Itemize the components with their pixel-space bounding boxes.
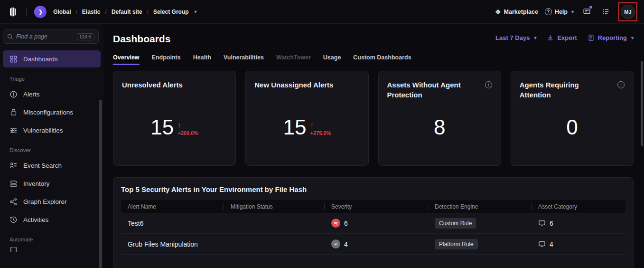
detection-engine-badge[interactable]: Custom Rule [435, 218, 476, 229]
sidebar-item-clipped[interactable] [3, 247, 101, 252]
sidebar-item-graph-explorer[interactable]: Graph Explorer [3, 193, 101, 210]
card-value: 15 [150, 117, 174, 138]
download-icon [547, 34, 554, 41]
severity-medium-icon [331, 239, 340, 249]
dashboard-tabs: Overview Endpoints Health Vulnerabilitie… [113, 54, 634, 65]
sidebar-item-alerts[interactable]: Alerts [3, 86, 101, 103]
search-shortcut: Ctrl K [77, 33, 94, 40]
cell-alert-name[interactable]: Test6 [121, 220, 224, 227]
chevron-down-icon: ▾ [195, 9, 197, 14]
help-button[interactable]: ? Help ▾ [545, 8, 574, 15]
sidebar-item-vulnerabilities[interactable]: Vulnerabilities [3, 122, 101, 139]
card-title: Agents Requiring Attention [520, 80, 603, 100]
column-header-detection-engine[interactable]: Detection Engine [428, 203, 532, 211]
stat-card-assets-without-agent[interactable]: Assets Without Agent Protection i 8 [378, 71, 501, 166]
panel-title: Top 5 Security Alerts in Your Environmen… [121, 185, 625, 193]
tab-watchtower[interactable]: WatchTower [276, 54, 311, 65]
stat-card-new-unassigned-alerts[interactable]: New Unassigned Alerts 15 ↑ +275.0% [245, 71, 368, 166]
topbar: | ❯ Global / Elastic / Default site / Se… [0, 0, 644, 24]
sidebar-section-triage: Triage [0, 68, 103, 86]
breadcrumb-group-selector[interactable]: Select Group [153, 9, 189, 15]
sidebar-section-discover: Discover [0, 140, 103, 157]
user-avatar[interactable]: MJ [621, 5, 635, 19]
export-button[interactable]: Export [547, 34, 577, 41]
column-header-severity[interactable]: Severity [325, 203, 428, 211]
topbar-divider: | [26, 8, 28, 16]
chevron-down-icon: ▾ [631, 35, 634, 40]
inventory-icon [9, 180, 18, 188]
severity-high-icon [331, 219, 340, 228]
alerts-icon [9, 90, 18, 98]
graph-explorer-icon [9, 198, 18, 206]
tab-vulnerabilities[interactable]: Vulnerabilities [224, 54, 264, 65]
sidebar-section-automate: Automate [0, 229, 103, 246]
chevron-down-icon: ▾ [534, 35, 536, 40]
marketplace-icon: ❖ [495, 8, 501, 16]
help-icon: ? [545, 8, 552, 15]
stat-card-agents-requiring-attention[interactable]: Agents Requiring Attention i 0 [511, 71, 634, 166]
sidebar-item-event-search[interactable]: Event Search [3, 157, 101, 174]
sidebar-item-inventory[interactable]: Inventory [3, 175, 101, 192]
card-value: 15 [283, 117, 307, 138]
breadcrumb-separator: / [105, 9, 107, 15]
tab-custom-dashboards[interactable]: Custom Dashboards [353, 54, 411, 65]
card-value: 8 [434, 117, 445, 138]
table-row[interactable]: Grub Files Manipulation 4 Platform Rule [121, 234, 625, 255]
marketplace-label: Marketplace [504, 9, 538, 15]
search-input[interactable] [16, 33, 74, 40]
sliders-icon [9, 126, 18, 134]
cell-severity: 6 [325, 219, 428, 228]
column-header-asset-category[interactable]: Asset Category [532, 203, 625, 211]
trend-up-icon: ↑ [177, 121, 181, 128]
asset-count: 6 [550, 220, 553, 227]
cell-severity: 4 [325, 239, 428, 249]
export-label: Export [557, 34, 577, 41]
table-header: Alert Name Mitigation Status Severity De… [121, 200, 625, 213]
sidebar-scrollbar[interactable] [99, 100, 102, 268]
sidebar-item-label: Misconfigurations [23, 109, 73, 116]
column-header-mitigation-status[interactable]: Mitigation Status [224, 203, 325, 211]
cell-detection-engine: Custom Rule [428, 218, 532, 229]
marketplace-button[interactable]: ❖ Marketplace [495, 8, 538, 16]
sidebar-expand-button[interactable]: ❯ [34, 6, 47, 18]
column-header-alert-name[interactable]: Alert Name [121, 203, 224, 211]
sidebar-item-activities[interactable]: Activities [3, 211, 101, 228]
sidebar-item-label: Graph Explorer [23, 198, 67, 205]
severity-count: 6 [344, 220, 348, 227]
breadcrumb-account[interactable]: Elastic [82, 9, 101, 15]
date-range-selector[interactable]: Last 7 Days ▾ [495, 34, 536, 41]
reporting-label: Reporting [598, 34, 627, 41]
cell-asset-category: 6 [532, 220, 625, 227]
dashboards-icon [9, 55, 18, 63]
cell-alert-name[interactable]: Grub Files Manipulation [121, 240, 224, 248]
info-icon[interactable]: i [617, 81, 625, 88]
breadcrumb: Global / Elastic / Default site / Select… [53, 9, 196, 15]
page-scrollbar[interactable] [641, 61, 643, 146]
breadcrumb-global[interactable]: Global [53, 9, 71, 15]
task-list-button[interactable] [599, 7, 612, 17]
endpoint-icon [538, 220, 546, 227]
notification-dot [589, 6, 592, 9]
tab-health[interactable]: Health [193, 54, 211, 65]
sidebar-item-label: Dashboards [23, 56, 58, 63]
reporting-button[interactable]: Reporting ▾ [588, 34, 634, 41]
search-icon [7, 34, 13, 40]
asset-count: 4 [550, 240, 553, 248]
sidebar-item-label: Alerts [23, 91, 40, 98]
page-title: Dashboards [113, 33, 170, 45]
detection-engine-badge[interactable]: Platform Rule [435, 239, 478, 249]
sidebar-item-misconfigurations[interactable]: Misconfigurations [3, 104, 101, 121]
card-delta: +275.0% [310, 130, 331, 136]
sidebar-search[interactable]: Ctrl K [3, 29, 99, 44]
table-row[interactable]: Test6 6 Custom Rule [121, 213, 625, 234]
stat-card-unresolved-alerts[interactable]: Unresolved Alerts 15 ↑ +200.0% [113, 71, 236, 166]
cell-asset-category: 4 [532, 240, 625, 248]
tab-endpoints[interactable]: Endpoints [152, 54, 181, 65]
tab-usage[interactable]: Usage [323, 54, 341, 65]
tab-overview[interactable]: Overview [113, 54, 140, 65]
sidebar-item-label: Inventory [23, 180, 50, 187]
info-icon[interactable]: i [485, 81, 492, 88]
sidebar-item-dashboards[interactable]: Dashboards [3, 50, 101, 67]
breadcrumb-site[interactable]: Default site [112, 9, 142, 15]
notifications-button[interactable] [580, 7, 593, 17]
